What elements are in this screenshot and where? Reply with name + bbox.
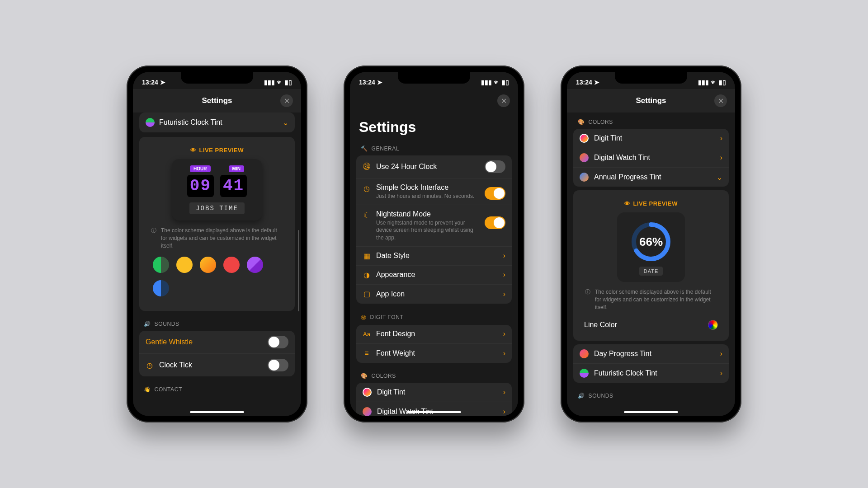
nightstand-toggle[interactable] [485, 216, 505, 229]
close-button[interactable]: ✕ [714, 94, 727, 107]
sound-icon: 🔊 [578, 393, 585, 399]
gentle-whistle-row[interactable]: Gentle Whistle [139, 331, 295, 354]
clock-preview: HOUR MIN 09 41 JOBS TIME [172, 159, 262, 221]
simple-clock-row[interactable]: ◷ Simple Clock Interface Just the hours … [356, 178, 512, 205]
chevron-right-icon: › [503, 290, 505, 298]
location-icon: ➤ [594, 79, 599, 86]
color-picker-icon[interactable] [708, 320, 718, 330]
appearance-row[interactable]: ◑ Appearance › [356, 266, 512, 285]
row-label: Appearance [376, 271, 415, 279]
eye-icon: 👁 [190, 147, 197, 154]
clock-tick-row[interactable]: ◷ Clock Tick [139, 354, 295, 376]
hour-tag: HOUR [190, 165, 210, 172]
swatch-purple[interactable] [247, 257, 263, 273]
sounds-section-header: 🔊 SOUNDS [139, 314, 295, 331]
page-title: Settings [154, 96, 280, 105]
date-style-row[interactable]: ▦ Date Style › [356, 247, 512, 266]
chevron-right-icon: › [720, 369, 722, 377]
aa-icon: Aa [363, 330, 371, 338]
row-label: Font Design [376, 330, 415, 338]
row-label: Line Color [584, 321, 617, 329]
notch [181, 72, 253, 84]
page-title: Settings [356, 113, 512, 139]
hammer-icon: 🔨 [361, 145, 368, 152]
wifi-icon: ᯤ [494, 79, 500, 86]
brush-icon: ◑ [363, 271, 371, 279]
swatch-blue[interactable] [153, 280, 169, 296]
row-subtitle: Just the hours and minutes. No seconds. [376, 192, 479, 200]
line-color-row[interactable]: Line Color [578, 315, 724, 334]
scrollbar[interactable] [298, 230, 299, 311]
status-time: 13:24 [142, 79, 158, 86]
row-label: Clock Tick [159, 361, 192, 369]
chevron-down-icon: ⌄ [283, 118, 288, 127]
font-weight-row[interactable]: ≡ Font Weight › [356, 344, 512, 363]
nightstand-row[interactable]: ☾ Nightstand Mode Use nightstand mode to… [356, 205, 512, 247]
close-button[interactable]: ✕ [497, 94, 510, 107]
location-icon: ➤ [160, 79, 165, 86]
row-subtitle: Use nightstand mode to prevent your devi… [376, 219, 479, 241]
phone-mockup-1: 13:24➤ ▮▮▮ᯤ▮▯ Settings ✕ Futuristic Cloc… [127, 66, 307, 422]
eye-icon: 👁 [624, 200, 631, 207]
futuristic-clock-tint-row[interactable]: Futuristic Clock Tint › [573, 364, 729, 383]
clock-icon: ◷ [146, 361, 154, 369]
app-icon-icon: ▢ [363, 290, 371, 298]
page-title: Settings [588, 96, 714, 105]
gentle-whistle-toggle[interactable] [268, 336, 288, 348]
palette-icon: 🎨 [578, 119, 585, 125]
home-indicator[interactable] [624, 411, 678, 413]
chevron-right-icon: › [720, 154, 722, 162]
chevron-right-icon: › [503, 408, 505, 416]
modal-header: Settings ✕ [133, 89, 301, 113]
battery-icon: ▮▯ [502, 79, 509, 86]
info-icon: ⓘ [585, 288, 590, 311]
chevron-right-icon: › [503, 388, 505, 396]
contact-section-header: 👋 CONTACT [139, 380, 295, 396]
24h-icon: ㉔ [363, 163, 371, 171]
swatch-yellow[interactable] [176, 257, 193, 273]
tint-swatch-icon [146, 118, 155, 127]
tint-swatch-icon [580, 349, 589, 358]
day-progress-tint-row[interactable]: Day Progress Tint › [573, 344, 729, 364]
location-icon: ➤ [377, 79, 382, 86]
clock-icon: ◷ [363, 184, 371, 192]
swatch-green[interactable] [153, 257, 169, 273]
home-indicator[interactable] [407, 411, 461, 413]
colors-section-header: 🎨 COLORS [573, 113, 729, 129]
swatch-red[interactable] [223, 257, 240, 273]
row-label: Futuristic Clock Tint [594, 369, 657, 377]
home-indicator[interactable] [190, 411, 244, 413]
simple-clock-toggle[interactable] [485, 187, 505, 200]
weight-icon: ≡ [363, 349, 371, 357]
notch [615, 72, 687, 84]
use-24-hour-row[interactable]: ㉔ Use 24 Hour Clock [356, 155, 512, 178]
row-label: Digit Tint [377, 388, 405, 396]
digital-watch-tint-row[interactable]: Digital Watch Tint › [573, 148, 729, 168]
clock-tick-toggle[interactable] [268, 359, 288, 371]
row-label: Gentle Whistle [146, 338, 193, 346]
wifi-icon: ᯤ [711, 79, 717, 86]
app-icon-row[interactable]: ▢ App Icon › [356, 285, 512, 304]
signal-icon: ▮▮▮ [698, 79, 709, 86]
signal-icon: ▮▮▮ [481, 79, 492, 86]
row-label: Digital Watch Tint [594, 154, 650, 162]
chevron-right-icon: › [503, 252, 505, 260]
digital-watch-tint-row[interactable]: Digital Watch Tint › [356, 402, 512, 416]
swatch-orange[interactable] [200, 257, 216, 273]
row-label: Use 24 Hour Clock [376, 163, 479, 171]
signal-icon: ▮▮▮ [264, 79, 275, 86]
close-button[interactable]: ✕ [280, 94, 293, 107]
row-label: Nightstand Mode [376, 210, 479, 218]
row-label: Futuristic Clock Tint [159, 118, 278, 127]
digit-tint-row[interactable]: Digit Tint › [356, 383, 512, 402]
annual-progress-tint-row[interactable]: Annual Progress Tint ⌄ [573, 168, 729, 187]
futuristic-clock-tint-row[interactable]: Futuristic Clock Tint ⌄ [139, 113, 295, 132]
jobs-time-label: JOBS TIME [189, 202, 245, 214]
ring-preview-card: 66% DATE [617, 212, 685, 282]
row-label: Simple Clock Interface [376, 183, 479, 192]
sounds-section-header: 🔊 SOUNDS [573, 386, 729, 403]
digit-tint-row[interactable]: Digit Tint › [573, 129, 729, 148]
chevron-right-icon: › [503, 330, 505, 338]
font-design-row[interactable]: Aa Font Design › [356, 325, 512, 344]
24h-toggle[interactable] [485, 160, 505, 173]
